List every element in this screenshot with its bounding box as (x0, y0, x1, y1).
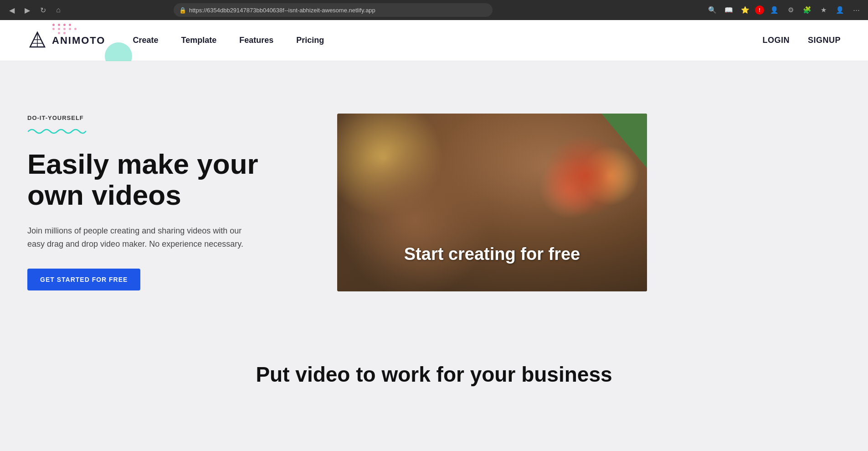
nav-links: Create Template Features Pricing (133, 36, 324, 45)
back-button[interactable]: ◀ (5, 4, 18, 16)
nav-pricing[interactable]: Pricing (296, 36, 324, 45)
hero-subtitle: Join millions of people creating and sha… (27, 224, 255, 251)
browser-actions: 🔍 📖 ⭐ ! 👤 ⚙ 🧩 ★ 👤 ⋯ (706, 4, 863, 16)
hero-left: DO-IT-YOURSELF Easily make your own vide… (27, 114, 301, 291)
browser-chrome: ◀ ▶ ↻ ⌂ 🔒 https://6354dbb29147873bb04063… (0, 0, 868, 20)
cta-button[interactable]: GET STARTED FOR FREE (27, 269, 140, 290)
signup-link[interactable]: SIGNUP (808, 36, 841, 45)
login-link[interactable]: LOGIN (762, 36, 790, 45)
wavy-line-decoration (27, 127, 87, 134)
decorative-dots (52, 24, 83, 34)
url-text: https://6354dbb29147873bb040638f--isnt-a… (189, 7, 375, 14)
food-background (337, 114, 647, 291)
extensions-icon[interactable]: 🧩 (801, 4, 813, 16)
browser-nav-buttons: ◀ ▶ ↻ ⌂ (5, 4, 65, 16)
hero-right: Start creating for free (337, 114, 647, 291)
collection-icon[interactable]: ⭐ (739, 4, 751, 16)
website: ANIMOTO Create Template Features Pricing… (0, 20, 868, 405)
hero-section: DO-IT-YOURSELF Easily make your own vide… (0, 61, 868, 335)
user-icon[interactable]: 👤 (768, 4, 781, 16)
nav-template[interactable]: Template (181, 36, 217, 45)
logo-icon (27, 31, 47, 51)
account-icon[interactable]: 👤 (833, 4, 846, 16)
forward-button[interactable]: ▶ (21, 4, 34, 16)
food-overlay (337, 114, 647, 291)
logo-text: ANIMOTO (52, 35, 105, 47)
bottom-title: Put video to work for your business (27, 362, 841, 387)
lock-icon: 🔒 (179, 7, 186, 14)
hero-tag: DO-IT-YOURSELF (27, 114, 301, 121)
refresh-button[interactable]: ↻ (36, 4, 49, 16)
settings-icon[interactable]: ⚙ (784, 4, 797, 16)
address-bar[interactable]: 🔒 https://6354dbb29147873bb040638f--isnt… (174, 3, 493, 17)
home-button[interactable]: ⌂ (52, 4, 65, 16)
nav-right: LOGIN SIGNUP (762, 36, 841, 45)
favorites-icon[interactable]: ★ (817, 4, 830, 16)
nav-features[interactable]: Features (239, 36, 273, 45)
extension-icon-red[interactable]: ! (755, 5, 764, 15)
bottom-section: Put video to work for your business (0, 335, 868, 405)
search-icon[interactable]: 🔍 (706, 4, 719, 16)
menu-icon[interactable]: ⋯ (850, 4, 863, 16)
navbar: ANIMOTO Create Template Features Pricing… (0, 20, 868, 61)
video-thumbnail[interactable]: Start creating for free (337, 114, 647, 291)
hero-title: Easily make your own videos (27, 149, 301, 211)
reader-icon[interactable]: 📖 (722, 4, 735, 16)
video-overlay-text: Start creating for free (404, 244, 580, 264)
nav-create[interactable]: Create (133, 36, 158, 45)
